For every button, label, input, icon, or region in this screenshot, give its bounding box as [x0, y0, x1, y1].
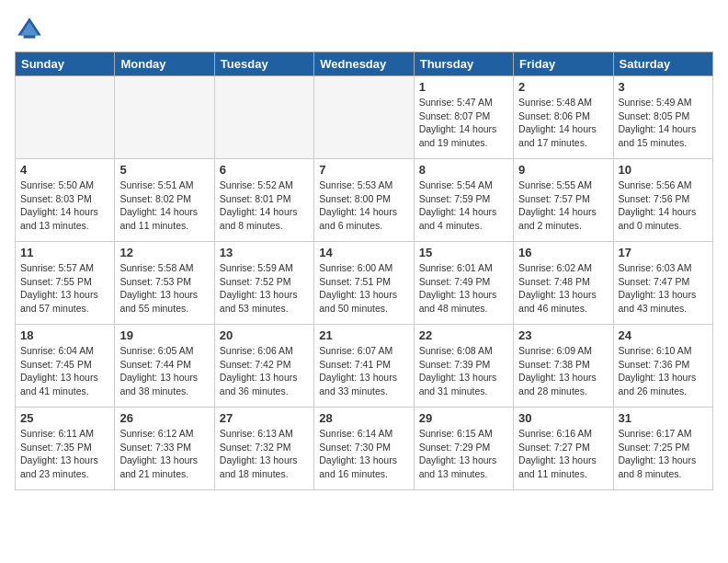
day-number: 1 — [419, 80, 508, 94]
calendar-cell — [115, 76, 214, 159]
calendar-cell: 22Sunrise: 6:08 AM Sunset: 7:39 PM Dayli… — [414, 325, 513, 408]
svg-rect-2 — [24, 35, 36, 38]
day-number: 5 — [119, 163, 209, 177]
calendar-cell: 20Sunrise: 6:06 AM Sunset: 7:42 PM Dayli… — [214, 325, 313, 408]
calendar-cell: 5Sunrise: 5:51 AM Sunset: 8:02 PM Daylig… — [115, 159, 214, 242]
calendar-week-3: 11Sunrise: 5:57 AM Sunset: 7:55 PM Dayli… — [16, 242, 713, 325]
weekday-header-thursday: Thursday — [414, 52, 513, 76]
day-number: 14 — [319, 246, 408, 259]
day-info: Sunrise: 5:58 AM Sunset: 7:53 PM Dayligh… — [119, 261, 209, 316]
day-number: 30 — [518, 411, 608, 425]
weekday-header-sunday: Sunday — [16, 52, 115, 76]
day-info: Sunrise: 6:01 AM Sunset: 7:49 PM Dayligh… — [419, 261, 508, 316]
day-number: 19 — [119, 328, 209, 342]
calendar-cell: 29Sunrise: 6:15 AM Sunset: 7:29 PM Dayli… — [414, 408, 513, 490]
calendar-cell: 10Sunrise: 5:56 AM Sunset: 7:56 PM Dayli… — [613, 159, 712, 242]
day-info: Sunrise: 6:05 AM Sunset: 7:44 PM Dayligh… — [119, 344, 209, 398]
day-number: 13 — [220, 246, 309, 259]
calendar-cell: 9Sunrise: 5:55 AM Sunset: 7:57 PM Daylig… — [514, 159, 613, 242]
day-info: Sunrise: 6:17 AM Sunset: 7:25 PM Dayligh… — [619, 427, 708, 481]
calendar-week-4: 18Sunrise: 6:04 AM Sunset: 7:45 PM Dayli… — [16, 325, 713, 408]
day-number: 23 — [518, 328, 608, 342]
calendar-cell: 4Sunrise: 5:50 AM Sunset: 8:03 PM Daylig… — [16, 159, 115, 242]
calendar-cell: 13Sunrise: 5:59 AM Sunset: 7:52 PM Dayli… — [214, 242, 313, 325]
calendar-week-5: 25Sunrise: 6:11 AM Sunset: 7:35 PM Dayli… — [16, 408, 713, 490]
calendar-cell: 19Sunrise: 6:05 AM Sunset: 7:44 PM Dayli… — [115, 325, 214, 408]
calendar-cell: 16Sunrise: 6:02 AM Sunset: 7:48 PM Dayli… — [514, 242, 613, 325]
day-number: 26 — [119, 411, 209, 425]
calendar-cell: 17Sunrise: 6:03 AM Sunset: 7:47 PM Dayli… — [613, 242, 712, 325]
calendar-cell: 1Sunrise: 5:47 AM Sunset: 8:07 PM Daylig… — [414, 76, 513, 159]
day-info: Sunrise: 5:56 AM Sunset: 7:56 PM Dayligh… — [619, 178, 708, 233]
calendar-cell: 24Sunrise: 6:10 AM Sunset: 7:36 PM Dayli… — [613, 325, 712, 408]
day-number: 27 — [220, 411, 309, 425]
day-number: 29 — [419, 411, 508, 425]
calendar-cell: 15Sunrise: 6:01 AM Sunset: 7:49 PM Dayli… — [414, 242, 513, 325]
calendar-cell — [16, 76, 115, 159]
day-info: Sunrise: 6:10 AM Sunset: 7:36 PM Dayligh… — [619, 344, 708, 398]
calendar-cell: 28Sunrise: 6:14 AM Sunset: 7:30 PM Dayli… — [314, 408, 414, 490]
calendar-cell: 8Sunrise: 5:54 AM Sunset: 7:59 PM Daylig… — [414, 159, 513, 242]
weekday-header-tuesday: Tuesday — [214, 52, 313, 76]
day-number: 11 — [20, 246, 109, 259]
calendar-table: SundayMondayTuesdayWednesdayThursdayFrid… — [15, 52, 713, 490]
day-number: 31 — [619, 411, 708, 425]
day-number: 15 — [419, 246, 508, 259]
day-info: Sunrise: 6:04 AM Sunset: 7:45 PM Dayligh… — [20, 344, 109, 398]
day-number: 2 — [518, 80, 608, 94]
day-number: 12 — [119, 246, 209, 259]
day-info: Sunrise: 5:53 AM Sunset: 8:00 PM Dayligh… — [319, 178, 408, 233]
day-info: Sunrise: 5:50 AM Sunset: 8:03 PM Dayligh… — [20, 178, 109, 233]
day-number: 22 — [419, 328, 508, 342]
calendar-cell: 11Sunrise: 5:57 AM Sunset: 7:55 PM Dayli… — [16, 242, 115, 325]
calendar-cell: 23Sunrise: 6:09 AM Sunset: 7:38 PM Dayli… — [514, 325, 613, 408]
day-info: Sunrise: 5:54 AM Sunset: 7:59 PM Dayligh… — [419, 178, 508, 233]
day-info: Sunrise: 6:06 AM Sunset: 7:42 PM Dayligh… — [220, 344, 309, 398]
day-info: Sunrise: 6:12 AM Sunset: 7:33 PM Dayligh… — [119, 427, 209, 481]
calendar-cell — [314, 76, 414, 159]
day-number: 16 — [518, 246, 608, 259]
day-number: 10 — [619, 163, 708, 177]
day-info: Sunrise: 6:09 AM Sunset: 7:38 PM Dayligh… — [518, 344, 608, 398]
day-info: Sunrise: 6:15 AM Sunset: 7:29 PM Dayligh… — [419, 427, 508, 481]
day-number: 17 — [619, 246, 708, 259]
day-info: Sunrise: 5:52 AM Sunset: 8:01 PM Dayligh… — [220, 178, 309, 233]
calendar-cell: 21Sunrise: 6:07 AM Sunset: 7:41 PM Dayli… — [314, 325, 414, 408]
day-info: Sunrise: 6:11 AM Sunset: 7:35 PM Dayligh… — [20, 427, 109, 481]
day-info: Sunrise: 6:16 AM Sunset: 7:27 PM Dayligh… — [518, 427, 608, 481]
calendar-cell: 18Sunrise: 6:04 AM Sunset: 7:45 PM Dayli… — [16, 325, 115, 408]
logo — [15, 15, 48, 44]
day-number: 18 — [20, 328, 109, 342]
day-number: 24 — [619, 328, 708, 342]
day-info: Sunrise: 5:59 AM Sunset: 7:52 PM Dayligh… — [220, 261, 309, 316]
calendar-cell: 31Sunrise: 6:17 AM Sunset: 7:25 PM Dayli… — [613, 408, 712, 490]
calendar-cell: 12Sunrise: 5:58 AM Sunset: 7:53 PM Dayli… — [115, 242, 214, 325]
day-info: Sunrise: 5:48 AM Sunset: 8:06 PM Dayligh… — [518, 96, 608, 150]
day-number: 3 — [619, 80, 708, 94]
day-info: Sunrise: 6:02 AM Sunset: 7:48 PM Dayligh… — [518, 261, 608, 316]
day-number: 4 — [20, 163, 109, 177]
day-number: 25 — [20, 411, 109, 425]
calendar-cell: 25Sunrise: 6:11 AM Sunset: 7:35 PM Dayli… — [16, 408, 115, 490]
day-number: 21 — [319, 328, 408, 342]
calendar-cell: 6Sunrise: 5:52 AM Sunset: 8:01 PM Daylig… — [214, 159, 313, 242]
weekday-header-monday: Monday — [115, 52, 214, 76]
logo-icon — [15, 15, 44, 44]
weekday-header-friday: Friday — [514, 52, 613, 76]
day-info: Sunrise: 6:07 AM Sunset: 7:41 PM Dayligh… — [319, 344, 408, 398]
calendar-cell: 14Sunrise: 6:00 AM Sunset: 7:51 PM Dayli… — [314, 242, 414, 325]
day-number: 28 — [319, 411, 408, 425]
day-number: 8 — [419, 163, 508, 177]
day-info: Sunrise: 6:14 AM Sunset: 7:30 PM Dayligh… — [319, 427, 408, 481]
day-info: Sunrise: 5:51 AM Sunset: 8:02 PM Dayligh… — [119, 178, 209, 233]
day-number: 7 — [319, 163, 408, 177]
calendar-cell: 30Sunrise: 6:16 AM Sunset: 7:27 PM Dayli… — [514, 408, 613, 490]
calendar-cell: 7Sunrise: 5:53 AM Sunset: 8:00 PM Daylig… — [314, 159, 414, 242]
day-info: Sunrise: 6:00 AM Sunset: 7:51 PM Dayligh… — [319, 261, 408, 316]
day-number: 9 — [518, 163, 608, 177]
calendar-cell: 2Sunrise: 5:48 AM Sunset: 8:06 PM Daylig… — [514, 76, 613, 159]
day-number: 6 — [220, 163, 309, 177]
weekday-header-saturday: Saturday — [613, 52, 712, 76]
day-info: Sunrise: 5:57 AM Sunset: 7:55 PM Dayligh… — [20, 261, 109, 316]
day-info: Sunrise: 5:49 AM Sunset: 8:05 PM Dayligh… — [619, 96, 708, 150]
